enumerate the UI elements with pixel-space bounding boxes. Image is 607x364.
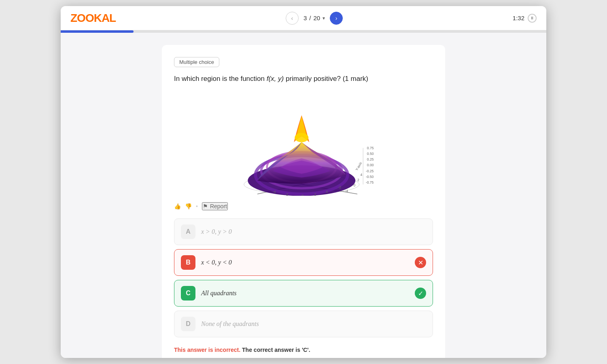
svg-text:Y-axis: Y-axis bbox=[354, 161, 363, 171]
svg-text:0: 0 bbox=[354, 183, 356, 187]
prev-arrow-icon: ‹ bbox=[291, 15, 293, 21]
thumbs-down-icon: 👎 bbox=[185, 203, 192, 210]
choice-b-wrong-icon: ✕ bbox=[415, 257, 426, 268]
dot-separator: • bbox=[196, 203, 198, 210]
choice-d-text: None of the quadrants bbox=[201, 320, 426, 328]
svg-text:0.00: 0.00 bbox=[367, 163, 374, 167]
svg-text:0.75: 0.75 bbox=[367, 146, 374, 150]
question-type-badge: Multiple choice bbox=[174, 57, 219, 67]
svg-text:0.25: 0.25 bbox=[367, 157, 374, 161]
choice-c-text: All quadrants bbox=[201, 290, 415, 297]
choice-b-label: B bbox=[181, 255, 195, 270]
pause-button[interactable]: ⏸ bbox=[528, 14, 537, 23]
svg-text:-0.75: -0.75 bbox=[366, 180, 374, 184]
actions-row: 👍 👎 • ⚑ Report bbox=[174, 202, 433, 210]
choice-c[interactable]: C All quadrants ✓ bbox=[174, 280, 433, 307]
current-question: 3 bbox=[304, 15, 307, 21]
question-card: Multiple choice In which region is the f… bbox=[162, 45, 445, 358]
nav-dropdown-icon[interactable]: ▾ bbox=[323, 15, 325, 21]
thumbs-up-button[interactable]: 👍 bbox=[174, 203, 181, 210]
timer-value: 1:32 bbox=[513, 15, 524, 21]
timer: 1:32 ⏸ bbox=[513, 14, 537, 23]
choice-a[interactable]: A x > 0, y > 0 bbox=[174, 218, 433, 245]
header: ZOOKAL ‹ 3 / 20 ▾ › 1:32 ⏸ bbox=[61, 6, 546, 30]
incorrect-label: This answer is incorrect. bbox=[174, 347, 240, 353]
thumbs-down-button[interactable]: 👎 bbox=[185, 203, 192, 210]
nav-center: ‹ 3 / 20 ▾ › bbox=[286, 12, 343, 25]
prev-arrow-button[interactable]: ‹ bbox=[286, 12, 299, 25]
correct-answer-text: The correct answer is 'C'. bbox=[242, 347, 310, 353]
choice-a-label: A bbox=[181, 224, 195, 239]
main-content: Multiple choice In which region is the f… bbox=[61, 33, 546, 358]
explanation-text: The function f(x, y) = sin(√(x² + y²)) o… bbox=[174, 358, 433, 358]
answer-feedback: This answer is incorrect. The correct an… bbox=[174, 345, 433, 354]
report-label: Report bbox=[210, 203, 227, 210]
logo: ZOOKAL bbox=[70, 12, 116, 25]
choice-d[interactable]: D None of the quadrants bbox=[174, 311, 433, 337]
choice-b-text: x < 0, y < 0 bbox=[201, 259, 415, 266]
svg-text:2: 2 bbox=[314, 192, 316, 196]
nav-separator: / bbox=[309, 15, 311, 21]
svg-text:-4: -4 bbox=[273, 189, 276, 193]
graph-container: 0.75 0.50 0.25 0.00 -0.25 -0.50 -0.75 -4… bbox=[174, 92, 433, 196]
next-arrow-button[interactable]: › bbox=[330, 12, 343, 25]
total-questions: 20 bbox=[313, 15, 320, 21]
choice-d-label: D bbox=[181, 317, 195, 331]
thumbs-up-icon: 👍 bbox=[174, 203, 181, 210]
svg-text:0.50: 0.50 bbox=[367, 151, 374, 155]
svg-text:-2: -2 bbox=[285, 192, 288, 196]
svg-text:-4: -4 bbox=[345, 189, 348, 193]
svg-text:4: 4 bbox=[361, 173, 363, 177]
choice-c-label: C bbox=[181, 286, 195, 301]
svg-text:0: 0 bbox=[301, 194, 304, 196]
question-text: In which region is the function f(x, y) … bbox=[174, 74, 433, 84]
report-button[interactable]: ⚑ Report bbox=[202, 202, 228, 210]
svg-text:4: 4 bbox=[326, 189, 328, 193]
choice-b[interactable]: B x < 0, y < 0 ✕ bbox=[174, 249, 433, 276]
browser-window: ZOOKAL ‹ 3 / 20 ▾ › 1:32 ⏸ bbox=[61, 6, 546, 358]
choice-c-correct-icon: ✓ bbox=[415, 288, 426, 299]
svg-text:2: 2 bbox=[357, 178, 359, 182]
flag-icon: ⚑ bbox=[203, 203, 208, 210]
3d-graph: 0.75 0.50 0.25 0.00 -0.25 -0.50 -0.75 -4… bbox=[227, 92, 380, 196]
choice-a-text: x > 0, y > 0 bbox=[201, 228, 426, 235]
choices-container: A x > 0, y > 0 B x < 0, y < 0 ✕ C All qu… bbox=[174, 218, 433, 337]
svg-text:-2: -2 bbox=[338, 185, 342, 189]
svg-text:-0.50: -0.50 bbox=[366, 174, 374, 178]
pause-icon: ⏸ bbox=[530, 16, 534, 20]
nav-counter: 3 / 20 ▾ bbox=[304, 15, 325, 21]
svg-point-8 bbox=[295, 133, 308, 142]
svg-text:-0.25: -0.25 bbox=[366, 169, 374, 173]
next-arrow-icon: › bbox=[335, 15, 337, 21]
